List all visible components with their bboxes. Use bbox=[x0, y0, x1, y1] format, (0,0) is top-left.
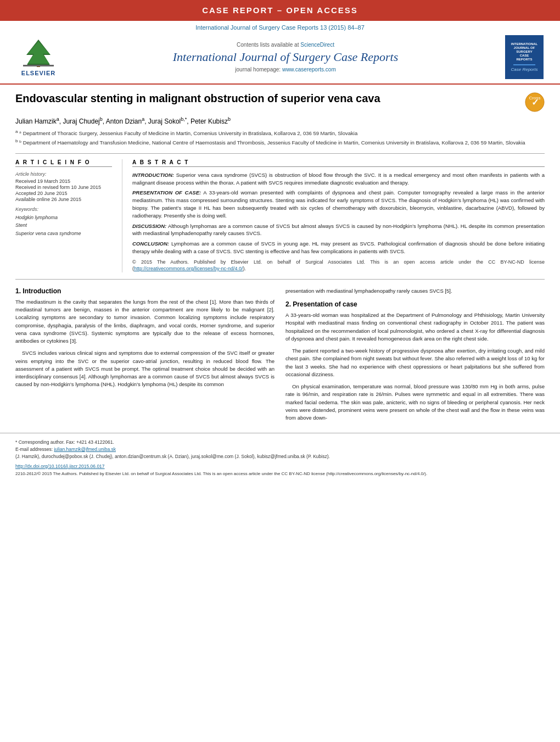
abstract-intro: INTRODUCTION: Superior vena cava syndrom… bbox=[132, 171, 545, 187]
keyword-2: Stent bbox=[15, 221, 112, 229]
body-col-left: 1. Introduction The mediastinum is the c… bbox=[15, 287, 275, 428]
homepage-link[interactable]: www.casereports.com bbox=[282, 66, 336, 72]
date-received: Received 19 March 2015 bbox=[15, 178, 112, 184]
abstract-intro-text: Superior vena cava syndrome (SVCS) is ob… bbox=[132, 172, 545, 186]
intro-para-2: SVCS includes various clinical signs and… bbox=[15, 349, 275, 388]
contents-available: Contents lists available at ScienceDirec… bbox=[66, 42, 505, 48]
journal-title: International Journal of Surgery Case Re… bbox=[66, 50, 505, 64]
page-footer: * Corresponding author. Fax: +421 43 412… bbox=[0, 433, 560, 479]
abstract-copyright-link[interactable]: http://creativecommons.org/licenses/by-n… bbox=[134, 266, 243, 271]
svg-text:Cross: Cross bbox=[529, 96, 541, 101]
elsevier-label: ELSEVIER bbox=[21, 70, 55, 76]
keywords-label: Keywords: bbox=[15, 207, 112, 212]
affiliation-b: b ᵇ Department of Haematology and Transf… bbox=[15, 138, 545, 146]
journal-header: International Journal of Surgery Case Re… bbox=[0, 21, 560, 85]
abstract-discussion: DISCUSSION: Although lymphomas are a com… bbox=[132, 222, 545, 238]
footer-copyright: 2210-2612/© 2015 The Authors. Published … bbox=[15, 471, 545, 477]
date-accepted: Accepted 20 June 2015 bbox=[15, 191, 112, 196]
article-title: Endovascular stenting in malignant obstr… bbox=[15, 92, 519, 105]
footer-doi: http://dx.doi.org/10.1016/j.ijscr.2015.0… bbox=[15, 464, 545, 469]
elsevier-tree-icon bbox=[22, 38, 55, 69]
keyword-1: Hodgkin lymphoma bbox=[15, 214, 112, 221]
intro-body: The mediastinum is the cavity that separ… bbox=[15, 298, 275, 389]
affiliations: a ᵃ Department of Thoracic Surgery, Jess… bbox=[15, 129, 545, 147]
journal-homepage: journal homepage: www.casereports.com bbox=[66, 66, 505, 72]
footer-corresponding: * Corresponding author. Fax: +421 43 412… bbox=[15, 439, 545, 460]
abstract-conclusion: CONCLUSION: Lymphomas are a common cause… bbox=[132, 240, 545, 255]
journal-logo-box: INTERNATIONALJOURNAL OF SURGERYCASEREPOR… bbox=[505, 35, 544, 79]
crossmark-icon: ✓ Cross bbox=[525, 92, 545, 112]
intro-continuation-text: presentation with mediastinal lymphadeno… bbox=[285, 287, 545, 295]
keywords-section: Keywords: Hodgkin lymphoma Stent Superio… bbox=[15, 207, 112, 237]
homepage-label: journal homepage: bbox=[235, 66, 281, 72]
logo-title: INTERNATIONALJOURNAL OF SURGERYCASEREPOR… bbox=[507, 42, 541, 62]
top-banner: CASE REPORT – OPEN ACCESS bbox=[0, 0, 560, 21]
email-label: E-mail addresses: bbox=[15, 447, 53, 452]
presentation-body: A 33-years-old woman was hospitalized at… bbox=[285, 311, 545, 422]
abstract-discussion-text: Although lymphomas are a common cause of… bbox=[132, 223, 545, 237]
affiliation-a: a ᵃ Department of Thoracic Surgery, Jess… bbox=[15, 129, 545, 137]
intro-continuation: presentation with mediastinal lymphadeno… bbox=[285, 287, 545, 295]
banner-text: CASE REPORT – OPEN ACCESS bbox=[202, 5, 358, 15]
article-title-row: Endovascular stenting in malignant obstr… bbox=[15, 92, 545, 112]
history-label: Article history: bbox=[15, 171, 112, 177]
journal-header-inner: ELSEVIER Contents lists available at Sci… bbox=[11, 33, 549, 81]
date-online: Available online 26 June 2015 bbox=[15, 197, 112, 202]
abstract-text: INTRODUCTION: Superior vena cava syndrom… bbox=[132, 171, 545, 272]
abstract-col: A B S T R A C T INTRODUCTION: Superior v… bbox=[122, 159, 545, 272]
body-content: 1. Introduction The mediastinum is the c… bbox=[0, 287, 560, 428]
abstract-header: A B S T R A C T bbox=[132, 159, 545, 167]
abstract-copyright: © 2015 The Authors. Published by Elsevie… bbox=[132, 259, 545, 272]
history-section: Article history: Received 19 March 2015 … bbox=[15, 171, 112, 202]
svg-marker-2 bbox=[27, 41, 49, 64]
author-emails: (J. Hamzik), durochudej@pobox.sk (J. Chu… bbox=[15, 453, 545, 460]
abstract-presentation-title: PRESENTATION OF CASE: bbox=[132, 189, 201, 196]
presentation-para-3: On physical examination, temperature was… bbox=[285, 383, 545, 422]
article-info-col: A R T I C L E I N F O Article history: R… bbox=[15, 159, 122, 272]
abstract-intro-title: INTRODUCTION: bbox=[132, 172, 174, 178]
presentation-para-1: A 33-years-old woman was hospitalized at… bbox=[285, 311, 545, 343]
svg-rect-3 bbox=[23, 65, 54, 66]
body-divider bbox=[15, 279, 545, 280]
corresponding-email: E-mail addresses: julian.hamzik@jfmed.un… bbox=[15, 446, 545, 453]
abstract-presentation: PRESENTATION OF CASE: A 33-years-old wom… bbox=[132, 189, 545, 219]
article-section: Endovascular stenting in malignant obstr… bbox=[0, 85, 560, 272]
abstract-conclusion-text: Lymphomas are a common cause of SVCS in … bbox=[132, 241, 545, 254]
logo-subtitle: Case Reports bbox=[511, 67, 538, 72]
doi-link[interactable]: http://dx.doi.org/10.1016/j.ijscr.2015.0… bbox=[15, 464, 105, 469]
abstract-discussion-title: DISCUSSION: bbox=[132, 223, 166, 229]
keyword-list: Hodgkin lymphoma Stent Superior vena cav… bbox=[15, 214, 112, 237]
intro-para-1: The mediastinum is the cavity that separ… bbox=[15, 298, 275, 345]
intro-title: 1. Introduction bbox=[15, 287, 275, 295]
article-info-header: A R T I C L E I N F O bbox=[15, 159, 112, 167]
body-col-right: presentation with mediastinal lymphadeno… bbox=[285, 287, 545, 428]
journal-center: Contents lists available at ScienceDirec… bbox=[66, 42, 505, 72]
sciencedirect-link[interactable]: ScienceDirect bbox=[300, 42, 334, 48]
presentation-title: 2. Presentation of case bbox=[285, 300, 545, 308]
authors-line: Julian Hamzika, Juraj Chudejb, Anton Dzi… bbox=[15, 116, 545, 125]
abstract-conclusion-title: CONCLUSION: bbox=[132, 241, 169, 247]
date-revised: Received in revised form 10 June 2015 bbox=[15, 185, 112, 190]
keyword-3: Superior vena cava syndrome bbox=[15, 230, 112, 237]
corresponding-author: * Corresponding author. Fax: +421 43 412… bbox=[15, 439, 545, 446]
presentation-para-2: The patient reported a two-week history … bbox=[285, 347, 545, 378]
journal-logo-right: INTERNATIONALJOURNAL OF SURGERYCASEREPOR… bbox=[505, 35, 549, 79]
doi-line: International Journal of Surgery Case Re… bbox=[11, 24, 549, 31]
elsevier-logo: ELSEVIER bbox=[11, 38, 66, 76]
primary-email[interactable]: julian.hamzik@jfmed.uniba.sk bbox=[54, 447, 116, 452]
article-info-abstract: A R T I C L E I N F O Article history: R… bbox=[15, 153, 545, 272]
